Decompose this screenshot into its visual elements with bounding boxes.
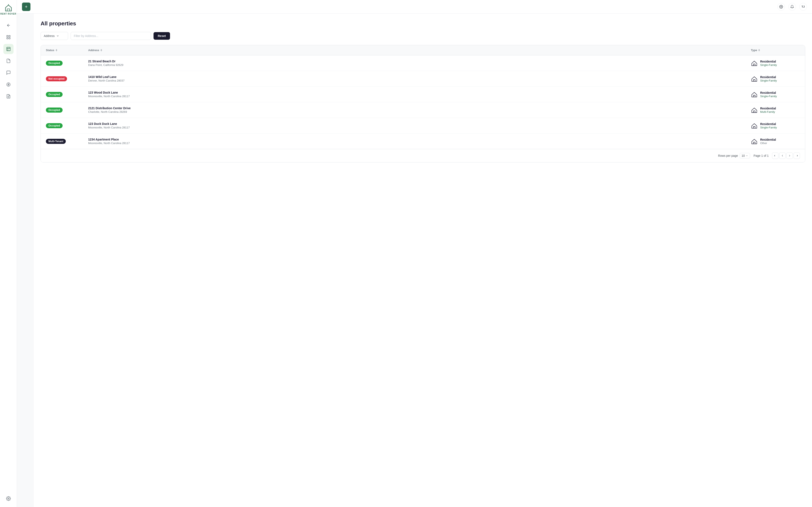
nav-collapse[interactable] [3, 20, 13, 31]
address-line1: 2121 Distribution Center Drive [88, 107, 741, 110]
type-sub: Single-Family [760, 126, 777, 129]
type-main: Residential [760, 122, 777, 126]
address-line1: 1410 Wild Leaf Lane [88, 75, 741, 78]
table-header-row: Status Address [41, 45, 805, 55]
reset-button[interactable]: Reset [154, 32, 170, 40]
settings-icon-btn[interactable] [777, 3, 785, 11]
rows-per-page: Rows per page 10 [718, 153, 750, 158]
svg-point-12 [781, 6, 782, 7]
status-column-header[interactable]: Status [46, 49, 57, 52]
first-page-button[interactable] [772, 153, 778, 159]
address-cell: 123 Wood Duck Lane Mooresville, North Ca… [83, 87, 746, 102]
page-info: Page 1 of 1 [753, 154, 769, 157]
address-cell: 123 Duck Duck Lane Mooresville, North Ca… [83, 118, 746, 133]
type-main: Residential [760, 75, 777, 79]
house-icon [751, 107, 758, 113]
pagination-bar: Rows per page 10 Page 1 of 1 [41, 149, 805, 162]
house-icon [751, 91, 758, 98]
type-sub: Other [760, 142, 776, 145]
svg-rect-1 [9, 36, 10, 37]
nav-settings[interactable] [3, 494, 13, 504]
address-column-header[interactable]: Address [88, 49, 102, 52]
house-icon [751, 138, 758, 145]
user-avatar[interactable]: TJ [799, 3, 807, 11]
address-cell: 21 Strand Beach Dr Dana Point, Californi… [83, 55, 746, 71]
type-cell: Residential Single-Family [746, 87, 805, 102]
status-badge: Not occupied [46, 76, 67, 81]
properties-table: Status Address [41, 45, 805, 162]
prev-page-button[interactable] [779, 153, 785, 159]
bell-icon-btn[interactable] [788, 3, 796, 11]
house-icon [751, 60, 758, 66]
topbar: + TJ [17, 0, 812, 13]
type-cell: Residential Single-Family [746, 118, 805, 133]
nav-payments[interactable] [3, 79, 13, 90]
type-sub: Single-Family [760, 79, 777, 82]
address-line2: Mooresville, North Carolina 28117 [88, 142, 741, 145]
address-line2: Mooresville, North Carolina 28117 [88, 126, 741, 129]
address-line1: 1234 Apartment Place [88, 138, 741, 141]
type-main: Residential [760, 138, 776, 141]
status-cell: Not occupied [41, 71, 83, 87]
app-name: RENT ROVER [0, 13, 16, 15]
address-line1: 21 Strand Beach Dr [88, 60, 741, 63]
status-cell: Multi-Tenant [41, 133, 83, 149]
chevron-down-icon [56, 35, 59, 38]
table-row[interactable]: Multi-Tenant 1234 Apartment Place Moores… [41, 133, 805, 149]
address-line2: Mooresville, North Carolina 28117 [88, 95, 741, 98]
sidebar-bottom [3, 494, 13, 504]
address-sort-icon [100, 49, 102, 52]
filter-input[interactable] [70, 32, 151, 40]
status-badge: Multi-Tenant [46, 139, 66, 144]
type-cell: Residential Other [746, 133, 805, 149]
svg-rect-0 [7, 36, 8, 37]
type-sub: Single-Family [760, 63, 777, 66]
page-title: All properties [41, 20, 805, 27]
type-main: Residential [760, 107, 776, 110]
status-badge: Occupied [46, 92, 63, 97]
status-badge: Occupied [46, 61, 63, 66]
svg-rect-3 [9, 38, 10, 39]
next-page-button[interactable] [786, 153, 793, 159]
type-cell: Residential Single-Family [746, 71, 805, 87]
add-button[interactable]: + [22, 3, 31, 11]
filter-bar: Address Reset [41, 32, 805, 40]
table-row[interactable]: Not occupied 1410 Wild Leaf Lane Denver,… [41, 71, 805, 87]
nav-properties[interactable] [3, 44, 13, 54]
house-icon [751, 75, 758, 82]
table-row[interactable]: Occupied 21 Strand Beach Dr Dana Point, … [41, 55, 805, 71]
status-badge: Occupied [46, 123, 63, 128]
type-column-header[interactable]: Type [751, 49, 760, 52]
address-line1: 123 Duck Duck Lane [88, 122, 741, 125]
nav-reports[interactable] [3, 91, 13, 101]
type-cell: Residential Single-Family [746, 55, 805, 71]
type-sub: Multi-Family [760, 110, 776, 113]
svg-rect-2 [7, 38, 8, 39]
address-line1: 123 Wood Duck Lane [88, 91, 741, 94]
type-main: Residential [760, 91, 777, 95]
page-navigation [772, 153, 800, 159]
table-row[interactable]: Occupied 2121 Distribution Center Drive … [41, 102, 805, 118]
rows-per-page-label: Rows per page [718, 154, 738, 157]
type-main: Residential [760, 60, 777, 63]
rows-select-chevron-icon [746, 155, 748, 157]
status-cell: Occupied [41, 87, 83, 102]
address-line2: Charlotte, North Carolina 28269 [88, 110, 741, 113]
rows-per-page-select[interactable]: 10 [740, 153, 750, 158]
last-page-button[interactable] [794, 153, 800, 159]
topbar-right: TJ [777, 3, 807, 11]
nav-dashboard[interactable] [3, 32, 13, 42]
type-cell: Residential Multi-Family [746, 102, 805, 118]
status-badge: Occupied [46, 108, 63, 113]
filter-type-select[interactable]: Address [41, 32, 68, 40]
sidebar: RENT ROVER [0, 0, 17, 507]
svg-point-11 [8, 498, 9, 499]
address-cell: 2121 Distribution Center Drive Charlotte… [83, 102, 746, 118]
table-row[interactable]: Occupied 123 Duck Duck Lane Mooresville,… [41, 118, 805, 133]
type-sub: Single-Family [760, 95, 777, 98]
table-row[interactable]: Occupied 123 Wood Duck Lane Mooresville,… [41, 87, 805, 102]
logo: RENT ROVER [0, 3, 16, 15]
type-sort-icon [758, 49, 760, 52]
nav-messages[interactable] [3, 68, 13, 78]
nav-documents[interactable] [3, 56, 13, 66]
